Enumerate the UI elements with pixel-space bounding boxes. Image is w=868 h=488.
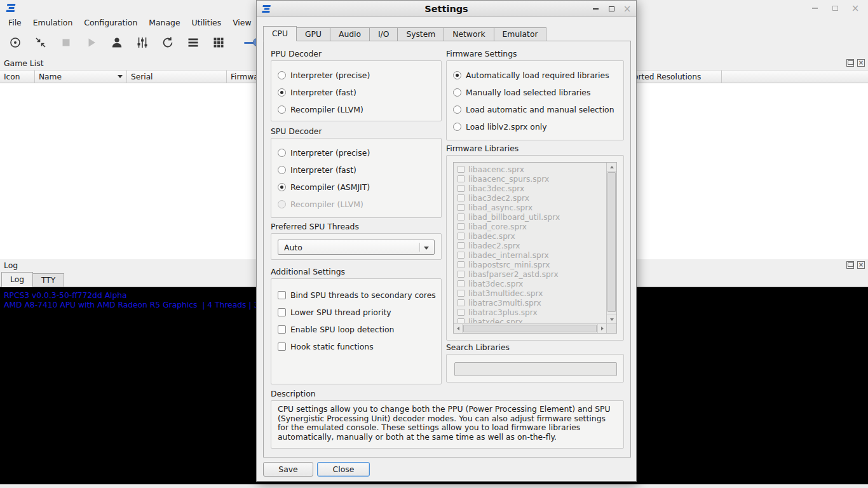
scroll-up-icon[interactable] xyxy=(607,163,616,172)
library-checkbox-icon[interactable] xyxy=(458,290,465,297)
library-checkbox-icon[interactable] xyxy=(458,299,465,306)
firmware-setting-option[interactable]: Manually load selected libraries xyxy=(447,84,623,101)
library-checkbox-icon[interactable] xyxy=(458,271,465,278)
menu-item[interactable]: Manage xyxy=(143,17,186,29)
settings-tab[interactable]: CPU xyxy=(263,26,297,41)
library-item[interactable]: libatrac3multi.sprx xyxy=(454,298,606,308)
boot-icon[interactable] xyxy=(8,35,23,50)
library-item[interactable]: libasfparser2_astd.sprx xyxy=(454,269,606,279)
minimize-button[interactable] xyxy=(810,0,820,17)
maximize-button[interactable] xyxy=(606,1,616,17)
search-libraries-input[interactable] xyxy=(454,362,617,376)
scroll-left-icon[interactable] xyxy=(454,324,463,333)
minimize-button[interactable] xyxy=(590,1,600,17)
fullscreen-icon[interactable] xyxy=(33,35,48,50)
refresh-icon[interactable] xyxy=(160,35,175,50)
library-checkbox-icon[interactable] xyxy=(458,166,465,173)
library-checkbox-icon[interactable] xyxy=(458,242,465,249)
library-item[interactable]: libad_core.sprx xyxy=(454,222,606,231)
library-item[interactable]: libac3dec.sprx xyxy=(454,184,606,193)
column-header[interactable]: Icon xyxy=(0,71,35,83)
log-tab[interactable]: TTY xyxy=(32,273,64,287)
column-header[interactable]: Name xyxy=(35,71,127,83)
play-icon[interactable] xyxy=(84,35,99,50)
menu-item[interactable]: Utilities xyxy=(186,17,227,29)
library-checkbox-icon[interactable] xyxy=(458,185,465,192)
firmware-setting-option[interactable]: Load automatic and manual selection xyxy=(447,101,623,118)
spu-decoder-option[interactable]: Interpreter (precise) xyxy=(271,144,441,161)
user-account-icon[interactable] xyxy=(109,35,125,50)
close-dock-icon[interactable]: × xyxy=(857,261,865,269)
additional-setting-option[interactable]: Enable SPU loop detection xyxy=(271,321,441,338)
additional-setting-option[interactable]: Lower SPU thread priority xyxy=(271,304,441,321)
spu-decoder-option[interactable]: Interpreter (fast) xyxy=(271,161,441,179)
library-item[interactable]: libad_async.sprx xyxy=(454,203,606,212)
ppu-decoder-option[interactable]: Recompiler (LLVM) xyxy=(271,101,441,118)
menu-item[interactable]: View xyxy=(227,17,257,29)
library-item[interactable]: libaacenc.sprx xyxy=(454,165,606,174)
close-dock-icon[interactable]: × xyxy=(857,59,865,67)
spu-decoder-option[interactable]: Recompiler (ASMJIT) xyxy=(271,179,441,196)
settings-tab[interactable]: Audio xyxy=(330,27,370,41)
close-dialog-button[interactable]: Close xyxy=(317,462,370,477)
library-checkbox-icon[interactable] xyxy=(458,261,465,268)
scroll-down-icon[interactable] xyxy=(607,315,616,323)
spu-threads-dropdown[interactable]: Auto xyxy=(278,240,435,255)
library-checkbox-icon[interactable] xyxy=(458,309,465,316)
library-item[interactable]: libac3dec2.sprx xyxy=(454,193,606,203)
settings-tab[interactable]: System xyxy=(397,27,444,41)
float-dock-icon[interactable] xyxy=(846,59,854,67)
grid-view-icon[interactable] xyxy=(211,35,226,50)
library-checkbox-icon[interactable] xyxy=(458,214,465,220)
ppu-decoder-option[interactable]: Interpreter (fast) xyxy=(271,84,441,101)
library-checkbox-icon[interactable] xyxy=(458,223,465,230)
library-checkbox-icon[interactable] xyxy=(458,194,465,201)
settings-tab[interactable]: GPU xyxy=(296,27,330,41)
library-item[interactable]: libat3multidec.sprx xyxy=(454,288,606,298)
library-item[interactable]: libatxdec.sprx xyxy=(454,317,606,323)
horizontal-scrollbar[interactable] xyxy=(454,323,606,333)
menu-item[interactable]: Emulation xyxy=(27,17,79,29)
library-item[interactable]: libaacenc_spurs.sprx xyxy=(454,174,606,184)
settings-tab[interactable]: Network xyxy=(444,27,494,41)
close-button[interactable]: × xyxy=(850,0,860,17)
float-dock-icon[interactable] xyxy=(846,261,854,269)
additional-setting-option[interactable]: Bind SPU threads to secondary cores xyxy=(271,287,441,304)
close-button[interactable]: × xyxy=(622,1,632,17)
stop-icon[interactable] xyxy=(58,35,74,50)
list-view-icon[interactable] xyxy=(186,35,201,50)
firmware-setting-option[interactable]: Automatically load required libraries xyxy=(447,67,623,84)
firmware-setting-option[interactable]: Load liblv2.sprx only xyxy=(447,118,623,135)
menu-item[interactable]: File xyxy=(3,17,27,29)
library-checkbox-icon[interactable] xyxy=(458,318,465,323)
library-checkbox-icon[interactable] xyxy=(458,233,465,240)
library-checkbox-icon[interactable] xyxy=(458,175,465,182)
settings-tab[interactable]: Emulator xyxy=(494,27,547,41)
library-item[interactable]: libadec2.sprx xyxy=(454,241,606,250)
library-item[interactable]: libatrac3plus.sprx xyxy=(454,308,606,317)
log-tab[interactable]: Log xyxy=(1,272,33,287)
spu-decoder-option[interactable]: Recompiler (LLVM) xyxy=(271,196,441,213)
column-header[interactable]: Serial xyxy=(127,71,227,83)
vertical-scrollbar[interactable] xyxy=(606,163,616,323)
settings-tab[interactable]: I/O xyxy=(369,27,398,41)
scroll-right-icon[interactable] xyxy=(597,324,606,333)
library-item[interactable]: libadec.sprx xyxy=(454,231,606,241)
firmware-library-list[interactable]: libaacenc.sprx libaacenc_spurs.sprx xyxy=(453,162,617,334)
library-item[interactable]: libadec_internal.sprx xyxy=(454,250,606,260)
dialog-titlebar[interactable]: Settings × xyxy=(257,1,636,17)
library-checkbox-icon[interactable] xyxy=(458,204,465,211)
library-item[interactable]: libad_billboard_util.sprx xyxy=(454,212,606,222)
vertical-scroll-thumb[interactable] xyxy=(607,172,616,312)
library-item[interactable]: libat3dec.sprx xyxy=(454,279,606,288)
additional-setting-option[interactable]: Hook static functions xyxy=(271,338,441,355)
maximize-button[interactable] xyxy=(830,0,840,17)
horizontal-scroll-thumb[interactable] xyxy=(463,325,597,332)
save-button[interactable]: Save xyxy=(263,462,313,477)
ppu-decoder-option[interactable]: Interpreter (precise) xyxy=(271,67,441,84)
library-checkbox-icon[interactable] xyxy=(458,252,465,259)
menu-item[interactable]: Configuration xyxy=(78,17,143,29)
library-item[interactable]: libapostsrc_mini.sprx xyxy=(454,260,606,269)
configure-sliders-icon[interactable] xyxy=(135,35,150,50)
library-checkbox-icon[interactable] xyxy=(458,280,465,287)
